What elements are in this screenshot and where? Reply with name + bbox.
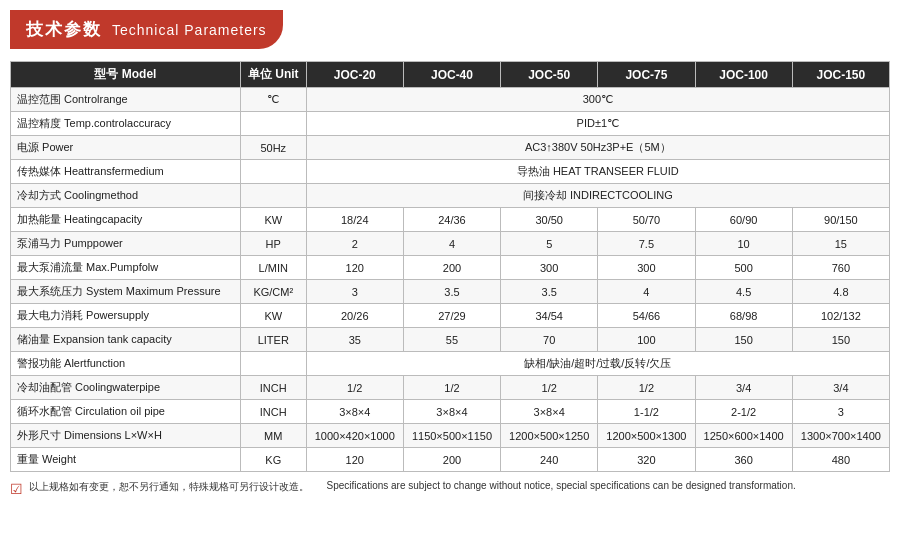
- row-label-11: 警报功能 Alertfunction: [11, 352, 241, 376]
- table-row: 传热媒体 Heattransfermedium导热油 HEAT TRANSEER…: [11, 160, 890, 184]
- cell-14-5: 1300×700×1400: [792, 424, 889, 448]
- row-label-15: 重量 Weight: [11, 448, 241, 472]
- cell-7-1: 200: [403, 256, 500, 280]
- cell-7-4: 500: [695, 256, 792, 280]
- row-label-2: 电源 Power: [11, 136, 241, 160]
- row-label-12: 冷却油配管 Coolingwaterpipe: [11, 376, 241, 400]
- row-unit-0: ℃: [240, 88, 306, 112]
- table-row: 温控范围 Controlrange℃300℃: [11, 88, 890, 112]
- footer-spacer: [315, 480, 321, 491]
- cell-10-5: 150: [792, 328, 889, 352]
- row-unit-10: LITER: [240, 328, 306, 352]
- row-label-13: 循环水配管 Circulation oil pipe: [11, 400, 241, 424]
- row-value-1: PID±1℃: [306, 112, 889, 136]
- row-value-0: 300℃: [306, 88, 889, 112]
- cell-8-3: 4: [598, 280, 695, 304]
- row-unit-4: [240, 184, 306, 208]
- table-row: 电源 Power50HzAC3↑380V 50Hz3P+E（5M）: [11, 136, 890, 160]
- cell-14-0: 1000×420×1000: [306, 424, 403, 448]
- cell-13-2: 3×8×4: [501, 400, 598, 424]
- table-header-row: 型号 Model单位 UnitJOC-20JOC-40JOC-50JOC-75J…: [11, 62, 890, 88]
- cell-14-3: 1200×500×1300: [598, 424, 695, 448]
- cell-10-3: 100: [598, 328, 695, 352]
- check-icon: ☑: [10, 481, 23, 497]
- row-unit-14: MM: [240, 424, 306, 448]
- table-row: 泵浦马力 PumppowerHP2457.51015: [11, 232, 890, 256]
- row-label-8: 最大系统压力 System Maximum Pressure: [11, 280, 241, 304]
- cell-5-1: 24/36: [403, 208, 500, 232]
- row-unit-12: INCH: [240, 376, 306, 400]
- row-unit-15: KG: [240, 448, 306, 472]
- cell-14-1: 1150×500×1150: [403, 424, 500, 448]
- cell-5-3: 50/70: [598, 208, 695, 232]
- col-header-6: JOC-100: [695, 62, 792, 88]
- cell-6-4: 10: [695, 232, 792, 256]
- col-header-2: JOC-20: [306, 62, 403, 88]
- table-row: 冷却油配管 CoolingwaterpipeINCH1/21/21/21/23/…: [11, 376, 890, 400]
- header-cn: 技术参数: [26, 18, 102, 41]
- row-value-4: 间接冷却 INDIRECTCOOLING: [306, 184, 889, 208]
- cell-10-1: 55: [403, 328, 500, 352]
- cell-8-0: 3: [306, 280, 403, 304]
- cell-5-5: 90/150: [792, 208, 889, 232]
- cell-12-5: 3/4: [792, 376, 889, 400]
- table-row: 最大电力消耗 PowersupplyKW20/2627/2934/5454/66…: [11, 304, 890, 328]
- row-label-14: 外形尺寸 Dimensions L×W×H: [11, 424, 241, 448]
- cell-8-5: 4.8: [792, 280, 889, 304]
- cell-9-5: 102/132: [792, 304, 889, 328]
- cell-12-4: 3/4: [695, 376, 792, 400]
- row-unit-9: KW: [240, 304, 306, 328]
- table-row: 加热能量 HeatingcapacityKW18/2424/3630/5050/…: [11, 208, 890, 232]
- col-header-7: JOC-150: [792, 62, 889, 88]
- table-row: 最大泵浦流量 Max.PumpfolwL/MIN1202003003005007…: [11, 256, 890, 280]
- row-label-0: 温控范围 Controlrange: [11, 88, 241, 112]
- footer-en: Specifications are subject to change wit…: [327, 480, 796, 491]
- cell-12-0: 1/2: [306, 376, 403, 400]
- row-unit-3: [240, 160, 306, 184]
- cell-6-1: 4: [403, 232, 500, 256]
- header: 技术参数 Technical Parameters: [10, 10, 283, 49]
- footer: ☑ 以上规格如有变更，恕不另行通知，特殊规格可另行设计改造。 Specifica…: [10, 480, 890, 497]
- row-label-6: 泵浦马力 Pumppower: [11, 232, 241, 256]
- row-label-7: 最大泵浦流量 Max.Pumpfolw: [11, 256, 241, 280]
- row-unit-6: HP: [240, 232, 306, 256]
- footer-cn: 以上规格如有变更，恕不另行通知，特殊规格可另行设计改造。: [29, 480, 309, 494]
- row-label-1: 温控精度 Temp.controlaccuracy: [11, 112, 241, 136]
- col-header-3: JOC-40: [403, 62, 500, 88]
- row-unit-11: [240, 352, 306, 376]
- cell-5-0: 18/24: [306, 208, 403, 232]
- cell-13-0: 3×8×4: [306, 400, 403, 424]
- row-value-3: 导热油 HEAT TRANSEER FLUID: [306, 160, 889, 184]
- specs-table: 型号 Model单位 UnitJOC-20JOC-40JOC-50JOC-75J…: [10, 61, 890, 472]
- cell-9-0: 20/26: [306, 304, 403, 328]
- cell-8-2: 3.5: [501, 280, 598, 304]
- row-value-2: AC3↑380V 50Hz3P+E（5M）: [306, 136, 889, 160]
- row-label-4: 冷却方式 Coolingmethod: [11, 184, 241, 208]
- header-en: Technical Parameters: [112, 22, 267, 38]
- cell-15-3: 320: [598, 448, 695, 472]
- row-label-10: 储油量 Expansion tank capacity: [11, 328, 241, 352]
- cell-13-3: 1-1/2: [598, 400, 695, 424]
- cell-7-2: 300: [501, 256, 598, 280]
- cell-15-1: 200: [403, 448, 500, 472]
- cell-14-4: 1250×600×1400: [695, 424, 792, 448]
- row-unit-8: KG/CM²: [240, 280, 306, 304]
- row-unit-5: KW: [240, 208, 306, 232]
- row-unit-2: 50Hz: [240, 136, 306, 160]
- cell-12-3: 1/2: [598, 376, 695, 400]
- cell-9-4: 68/98: [695, 304, 792, 328]
- row-value-11: 缺相/缺油/超时/过载/反转/欠压: [306, 352, 889, 376]
- table-row: 储油量 Expansion tank capacityLITER35557010…: [11, 328, 890, 352]
- cell-10-4: 150: [695, 328, 792, 352]
- cell-8-4: 4.5: [695, 280, 792, 304]
- cell-15-5: 480: [792, 448, 889, 472]
- row-unit-13: INCH: [240, 400, 306, 424]
- row-unit-1: [240, 112, 306, 136]
- col-header-1: 单位 Unit: [240, 62, 306, 88]
- table-body: 温控范围 Controlrange℃300℃温控精度 Temp.controla…: [11, 88, 890, 472]
- cell-6-2: 5: [501, 232, 598, 256]
- cell-10-2: 70: [501, 328, 598, 352]
- table-wrap: 型号 Model单位 UnitJOC-20JOC-40JOC-50JOC-75J…: [10, 61, 890, 472]
- cell-13-4: 2-1/2: [695, 400, 792, 424]
- col-header-0: 型号 Model: [11, 62, 241, 88]
